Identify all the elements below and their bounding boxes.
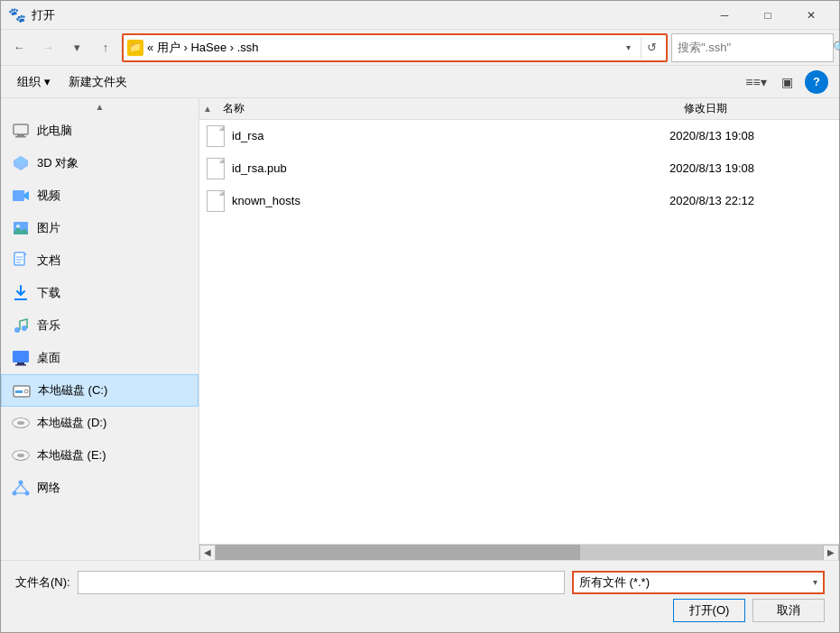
sidebar-item-videos[interactable]: 视频 <box>1 179 198 212</box>
svg-line-34 <box>21 484 27 491</box>
svg-rect-19 <box>17 362 24 364</box>
drive-e-icon <box>12 446 30 464</box>
file-list-scroll-up[interactable]: ▲ <box>199 101 216 117</box>
sidebar-item-music[interactable]: 音乐 <box>1 309 198 342</box>
title-bar: 🐾 打开 ─ □ ✕ <box>1 1 839 30</box>
scroll-track[interactable] <box>216 545 823 560</box>
toolbar-right: ≡≡ ▾ ▣ ? <box>743 69 828 95</box>
file-list-header: ▲ 名称 修改日期 <box>199 98 839 120</box>
sidebar-item-pictures[interactable]: 图片 <box>1 212 198 244</box>
sidebar-item-network[interactable]: 网络 <box>1 472 198 504</box>
file-icon-known-hosts <box>207 190 225 212</box>
view-dropdown-icon: ▾ <box>761 75 767 89</box>
back-button[interactable]: ← <box>6 35 32 60</box>
svg-rect-10 <box>14 252 24 265</box>
app-icon: 🐾 <box>8 6 26 24</box>
filetype-dropdown[interactable]: 所有文件 (*.*) ▾ <box>572 571 825 594</box>
sidebar-label-this-pc: 此电脑 <box>37 123 72 139</box>
help-button[interactable]: ? <box>805 70 828 94</box>
search-input[interactable] <box>678 41 829 54</box>
filetype-text: 所有文件 (*.*) <box>579 574 650 591</box>
dropdown-history-button[interactable]: ▾ <box>64 35 89 60</box>
organize-button[interactable]: 组织 ▾ <box>12 72 56 92</box>
svg-rect-2 <box>15 136 26 138</box>
scroll-right-button[interactable]: ▶ <box>823 545 839 561</box>
sidebar-item-local-e[interactable]: 本地磁盘 (E:) <box>1 439 198 472</box>
minimize-button[interactable]: ─ <box>704 2 745 29</box>
svg-rect-18 <box>13 351 29 362</box>
sidebar-label-documents: 文档 <box>37 252 60 269</box>
refresh-button[interactable]: ↺ <box>641 37 662 59</box>
open-button[interactable]: 打开(O) <box>673 599 745 622</box>
drive-c-icon <box>13 381 31 399</box>
close-button[interactable]: ✕ <box>790 2 832 29</box>
action-row: 打开(O) 取消 <box>15 599 825 622</box>
file-item-id-rsa[interactable]: id_rsa 2020/8/13 19:08 <box>199 120 839 152</box>
file-icon-id-rsa-pub <box>207 158 225 179</box>
sidebar-label-videos: 视频 <box>37 188 60 204</box>
maximize-button[interactable]: □ <box>747 2 789 29</box>
col-header-name[interactable]: 名称 <box>216 101 677 116</box>
sidebar-label-network: 网络 <box>37 480 60 496</box>
svg-point-29 <box>17 454 24 457</box>
address-text: « 用户 › HaSee › .ssh <box>147 40 615 56</box>
panel-button[interactable]: ▣ <box>774 69 799 95</box>
svg-point-30 <box>19 481 23 485</box>
svg-rect-5 <box>13 190 24 201</box>
pictures-icon <box>12 219 30 237</box>
sidebar-item-downloads[interactable]: 下载 <box>1 277 198 309</box>
sidebar-scroll-up[interactable]: ▲ <box>1 98 198 115</box>
documents-icon <box>12 252 30 270</box>
address-folder-icon: 📁 <box>127 40 143 56</box>
filename-row: 文件名(N): 所有文件 (*.*) ▾ <box>15 571 825 594</box>
sidebar: ▲ 此电脑 3D 对象 视频 <box>1 98 199 560</box>
file-date-known-hosts: 2020/8/13 22:12 <box>669 194 832 207</box>
sidebar-label-music: 音乐 <box>37 317 60 334</box>
forward-button[interactable]: → <box>35 35 60 60</box>
svg-point-16 <box>14 327 20 333</box>
video-icon <box>12 187 30 205</box>
file-name-id-rsa: id_rsa <box>232 129 662 142</box>
filetype-dropdown-arrow: ▾ <box>813 577 817 587</box>
address-dropdown-button[interactable]: ▾ <box>619 39 637 57</box>
address-bar[interactable]: 📁 « 用户 › HaSee › .ssh ▾ ↺ <box>122 33 668 62</box>
svg-rect-0 <box>14 124 28 134</box>
scroll-left-button[interactable]: ◀ <box>199 545 216 561</box>
3d-objects-icon <box>12 154 30 172</box>
filename-label: 文件名(N): <box>15 574 70 591</box>
filename-input[interactable] <box>78 571 565 594</box>
music-icon <box>12 316 30 335</box>
window-title: 打开 <box>32 7 704 23</box>
file-list: id_rsa 2020/8/13 19:08 id_rsa.pub 2020/8… <box>199 120 839 544</box>
cancel-button[interactable]: 取消 <box>752 599 825 622</box>
view-toggle-button[interactable]: ≡≡ ▾ <box>743 69 769 95</box>
sidebar-item-local-d[interactable]: 本地磁盘 (D:) <box>1 407 198 439</box>
sidebar-item-local-c[interactable]: 本地磁盘 (C:) <box>1 374 198 407</box>
svg-point-26 <box>17 421 24 425</box>
desktop-icon <box>12 349 30 367</box>
downloads-icon <box>12 284 30 302</box>
sidebar-item-desktop[interactable]: 桌面 <box>1 342 198 374</box>
svg-point-17 <box>22 326 27 331</box>
svg-rect-22 <box>15 390 23 393</box>
toolbar: 组织 ▾ 新建文件夹 ≡≡ ▾ ▣ ? <box>1 66 839 98</box>
file-item-id-rsa-pub[interactable]: id_rsa.pub 2020/8/13 19:08 <box>199 152 839 185</box>
sidebar-label-3d: 3D 对象 <box>37 155 78 171</box>
file-date-id-rsa-pub: 2020/8/13 19:08 <box>669 161 832 175</box>
sidebar-label-desktop: 桌面 <box>37 350 60 366</box>
computer-icon <box>12 122 30 140</box>
main-content: ▲ 此电脑 3D 对象 视频 <box>1 98 839 560</box>
col-header-date[interactable]: 修改日期 <box>677 101 839 116</box>
file-item-known-hosts[interactable]: known_hosts 2020/8/13 22:12 <box>199 185 839 217</box>
up-button[interactable]: ↑ <box>93 35 118 60</box>
sidebar-item-documents[interactable]: 文档 <box>1 244 198 277</box>
sidebar-item-3d-objects[interactable]: 3D 对象 <box>1 147 198 179</box>
file-area: ▲ 名称 修改日期 id_rsa 2020/8/13 19:08 id_rsa.… <box>199 98 839 560</box>
new-folder-button[interactable]: 新建文件夹 <box>63 72 133 92</box>
svg-marker-11 <box>24 252 27 255</box>
search-bar[interactable]: 🔍 <box>671 33 834 62</box>
title-bar-buttons: ─ □ ✕ <box>704 2 832 29</box>
scroll-thumb[interactable] <box>216 545 580 560</box>
sidebar-item-this-pc[interactable]: 此电脑 <box>1 115 198 147</box>
nav-bar: ← → ▾ ↑ 📁 « 用户 › HaSee › .ssh ▾ ↺ 🔍 <box>1 30 839 66</box>
